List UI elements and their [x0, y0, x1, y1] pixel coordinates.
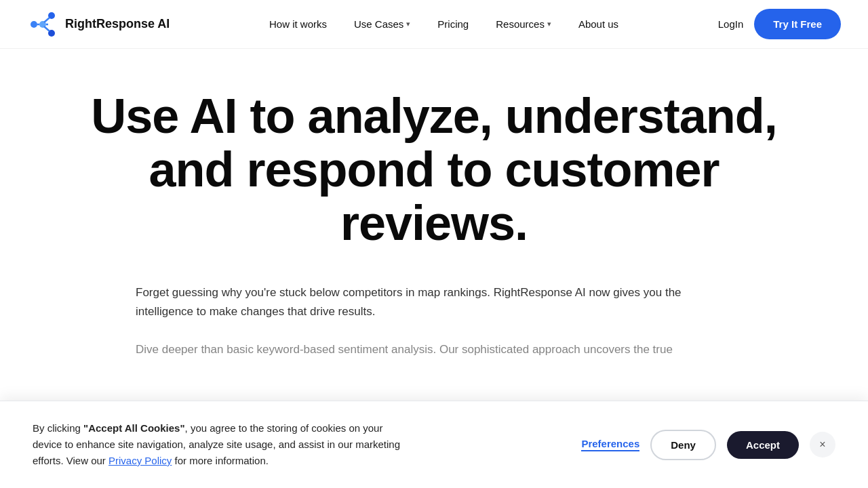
svg-line-6: [44, 18, 50, 22]
nav-how-it-works[interactable]: How it works: [258, 13, 338, 35]
nav-resources[interactable]: Resources ▾: [485, 13, 562, 35]
logo-icon: [27, 9, 58, 40]
login-link[interactable]: LogIn: [718, 18, 744, 30]
cookie-banner: By clicking "Accept All Cookies", you ag…: [0, 401, 868, 488]
chevron-down-icon: ▾: [406, 20, 410, 28]
cookie-bold-text: "Accept All Cookies": [83, 422, 185, 434]
logo-link[interactable]: RightResponse AI: [27, 9, 170, 40]
main-content: Use AI to analyze, understand, and respo…: [0, 49, 868, 386]
try-free-button[interactable]: Try It Free: [754, 9, 841, 39]
privacy-policy-link[interactable]: Privacy Policy: [108, 455, 172, 466]
close-button[interactable]: ×: [810, 432, 835, 458]
main-nav: How it works Use Cases ▾ Pricing Resourc…: [258, 13, 629, 35]
nav-use-cases[interactable]: Use Cases ▾: [343, 13, 421, 35]
cookie-text: By clicking "Accept All Cookies", you ag…: [33, 420, 412, 469]
close-icon: ×: [819, 439, 825, 451]
header-right: LogIn Try It Free: [718, 9, 841, 39]
preferences-link[interactable]: Preferences: [581, 438, 639, 451]
svg-line-7: [44, 26, 50, 31]
hero-description-2: Dive deeper than basic keyword-based sen…: [136, 340, 732, 359]
site-header: RightResponse AI How it works Use Cases …: [0, 0, 868, 49]
hero-description-1: Forget guessing why you're stuck below c…: [136, 283, 732, 321]
cookie-actions: Preferences Deny Accept ×: [581, 430, 835, 460]
accept-button[interactable]: Accept: [727, 431, 799, 459]
hero-heading: Use AI to analyze, understand, and respo…: [81, 89, 787, 251]
nav-about-us[interactable]: About us: [568, 13, 629, 35]
svg-point-0: [31, 21, 37, 28]
nav-pricing[interactable]: Pricing: [427, 13, 479, 35]
deny-button[interactable]: Deny: [650, 430, 716, 460]
chevron-down-icon: ▾: [547, 20, 551, 28]
brand-name: RightResponse AI: [65, 17, 170, 31]
